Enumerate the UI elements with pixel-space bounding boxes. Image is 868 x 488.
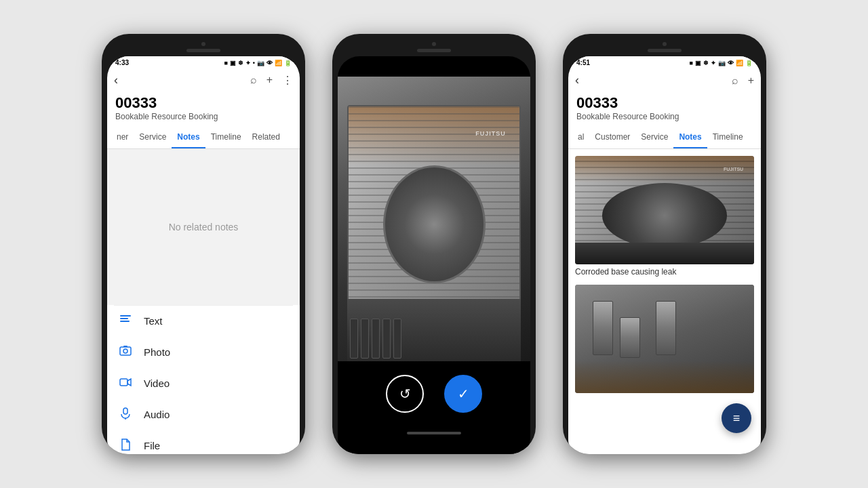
phone-2: FUJITSU ↺ ✓ (332, 34, 536, 454)
record-id-3: 00333 (576, 94, 753, 112)
phone-3-camera (663, 42, 667, 46)
svg-rect-5 (123, 346, 127, 347)
video-icon (118, 376, 133, 391)
tab-3-service[interactable]: Service (635, 127, 673, 148)
menu-label-audio: Audio (144, 409, 170, 420)
phone-3-top-icons: ⌕ + (732, 75, 754, 87)
phone-1-top-icons: ⌕ + ⋮ (250, 74, 293, 87)
camera-confirm-button[interactable]: ✓ (444, 375, 482, 413)
phone-3-screen: 4:51 ■ ▣ ❄ ✦ 📷 👁 📶 🔋 ‹ ⌕ + 00333 Bookabl (568, 56, 761, 454)
menu-item-file[interactable]: File (107, 430, 300, 455)
file-icon (118, 439, 133, 453)
more-icon[interactable]: ⋮ (282, 74, 293, 87)
record-header-3: 00333 Bookable Resource Booking (568, 92, 761, 127)
svg-rect-6 (120, 379, 127, 386)
camera-controls: ↺ ✓ (386, 361, 482, 426)
svg-rect-7 (123, 408, 127, 414)
phone-1-camera (201, 42, 205, 46)
tab-general[interactable]: ner (111, 127, 134, 148)
phone-1-tabs: ner Service Notes Timeline Related (107, 127, 300, 149)
add-icon-3[interactable]: + (748, 75, 754, 87)
menu-label-video: Video (144, 378, 170, 389)
tab-3-customer[interactable]: Customer (589, 127, 635, 148)
menu-item-text[interactable]: Text (107, 306, 300, 337)
record-id-1: 00333 (115, 94, 292, 112)
camera-viewfinder: FUJITSU (338, 77, 530, 361)
record-type-3: Bookable Resource Booking (576, 112, 753, 121)
record-header-1: 00333 Bookable Resource Booking (107, 92, 300, 127)
phone-1-time: 4:33 (115, 59, 129, 66)
svg-rect-3 (120, 347, 131, 355)
note-2-image (575, 285, 754, 393)
fab-menu-icon: ≡ (733, 411, 741, 426)
phone-1-screen: 4:33 ■ ▣ ❄ ✦ • 📷 👁 📶 🔋 ‹ ⌕ + ⋮ (107, 56, 300, 454)
ac-fan (383, 165, 486, 283)
audio-icon (118, 407, 133, 422)
note-card-2: ··· (575, 285, 754, 393)
tab-related[interactable]: Related (247, 127, 285, 148)
phone-1-status-icons: ■ ▣ ❄ ✦ • 📷 👁 📶 🔋 (224, 60, 292, 66)
phone-3-speaker (648, 49, 682, 52)
camera-back-button[interactable]: ↺ (386, 375, 424, 413)
phone-3-status-bar: 4:51 ■ ▣ ❄ ✦ 📷 👁 📶 🔋 (568, 56, 761, 69)
phone-2-speaker (417, 49, 451, 52)
menu-label-file: File (144, 440, 160, 451)
search-icon[interactable]: ⌕ (250, 74, 257, 87)
menu-label-photo: Photo (144, 346, 170, 358)
check-icon: ✓ (458, 386, 469, 402)
phone-2-camera (432, 42, 436, 46)
fab-button[interactable]: ≡ (722, 403, 751, 433)
note-card-1: ··· FUJITSU Corroded base causing leak (575, 156, 754, 277)
notes-empty-state: No related notes (107, 149, 300, 305)
fujitsu-label: FUJITSU (475, 130, 506, 137)
svg-rect-2 (120, 321, 130, 322)
phone-2-screen: FUJITSU ↺ ✓ (338, 56, 530, 454)
ac-mini-1: FUJITSU (575, 156, 754, 264)
home-indicator (407, 432, 461, 434)
svg-rect-1 (120, 318, 128, 319)
photo-icon (118, 345, 133, 360)
action-menu: Text Photo (107, 305, 300, 455)
tab-service[interactable]: Service (134, 127, 172, 148)
svg-point-4 (123, 349, 127, 353)
svg-rect-0 (120, 315, 131, 317)
phone-3-time: 4:51 (576, 59, 590, 66)
phone-3: 4:51 ■ ▣ ❄ ✦ 📷 👁 📶 🔋 ‹ ⌕ + 00333 Bookabl (563, 34, 766, 454)
ac-unit-image: FUJITSU (347, 105, 521, 304)
note-1-caption: Corroded base causing leak (575, 264, 754, 277)
menu-item-video[interactable]: Video (107, 368, 300, 399)
phone-3-top-bar: ‹ ⌕ + (568, 69, 761, 92)
back-button-3[interactable]: ‹ (575, 73, 579, 87)
tab-3-timeline[interactable]: Timeline (707, 127, 749, 148)
tubes-image (575, 285, 754, 393)
phone-1-speaker (186, 49, 220, 52)
search-icon-3[interactable]: ⌕ (732, 75, 738, 87)
text-icon (118, 314, 133, 329)
menu-label-text: Text (144, 315, 163, 327)
menu-item-photo[interactable]: Photo (107, 337, 300, 368)
record-type-1: Bookable Resource Booking (115, 112, 292, 121)
tab-notes[interactable]: Notes (172, 127, 205, 148)
phone-2-home-bar (407, 426, 461, 440)
phone-3-status-icons: ■ ▣ ❄ ✦ 📷 👁 📶 🔋 (690, 60, 753, 66)
tab-3-general[interactable]: al (572, 127, 589, 148)
tab-timeline[interactable]: Timeline (205, 127, 247, 148)
note-1-image: FUJITSU (575, 156, 754, 264)
menu-item-audio[interactable]: Audio (107, 399, 300, 430)
phone-1-status-bar: 4:33 ■ ▣ ❄ ✦ • 📷 👁 📶 🔋 (107, 56, 300, 69)
undo-icon: ↺ (399, 386, 411, 402)
back-button[interactable]: ‹ (114, 73, 118, 87)
phone-1: 4:33 ■ ▣ ❄ ✦ • 📷 👁 📶 🔋 ‹ ⌕ + ⋮ (102, 34, 305, 454)
phone-1-top-bar: ‹ ⌕ + ⋮ (107, 69, 300, 92)
tab-3-notes[interactable]: Notes (673, 127, 707, 148)
add-icon[interactable]: + (267, 74, 273, 87)
ac-base (347, 299, 521, 361)
phone-3-tabs: al Customer Service Notes Timeline (568, 127, 761, 149)
